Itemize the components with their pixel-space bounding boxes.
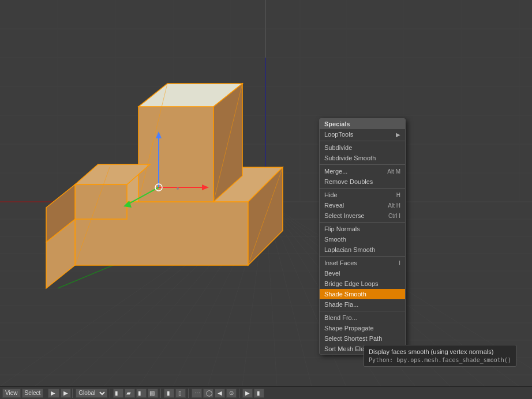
menu-item-label: Inset Faces [324,259,357,266]
tooltip: Display faces smooth (using vertex norma… [364,345,516,367]
svg-point-69 [177,187,179,190]
viewport[interactable] [0,0,532,386]
menu-item-looptools[interactable]: LoopTools ▶ [320,129,405,140]
menu-item-remove-doubles[interactable]: Remove Doubles [320,176,405,187]
menu-item-shortcut: H [396,192,400,198]
menu-item-bevel[interactable]: Bevel [320,268,405,278]
menu-item-laplacian-smooth[interactable]: Laplacian Smooth [320,244,405,255]
menu-item-shortcut: I [399,260,400,266]
menu-item-hide[interactable]: Hide H [320,190,405,200]
menu-item-shortcut: Alt H [388,202,400,209]
transform-orientation[interactable]: Global Local Normal [76,389,107,398]
proportional-btn[interactable]: ◯ [203,389,213,398]
grid [0,0,532,386]
menu-item-label: Select Inverse [324,212,365,219]
layer-btn[interactable]: ▮ [164,389,174,398]
menu-item-label: Shape Propagate [324,325,374,332]
menu-item-label: Subdivide [324,144,352,151]
menu-item-label: Flip Normals [324,225,360,232]
select-menu-btn[interactable]: Select [22,389,44,398]
context-menu: Specials LoopTools ▶ Subdivide Subdivide… [319,118,406,355]
menu-item-label: Hide [324,191,338,198]
scene-btn[interactable]: ▮ [254,389,264,398]
cursor-btn[interactable]: ▶ [61,389,71,398]
menu-item-flip-normals[interactable]: Flip Normals [320,224,405,234]
menu-item-subdivide-smooth[interactable]: Subdivide Smooth [320,153,405,163]
object-type-btn[interactable]: ▮ [113,389,123,398]
sculpt-btn[interactable]: ⊙ [226,389,237,398]
menu-item-label: Select Shortest Path [324,335,382,342]
menu-item-label: Shade Fla... [324,301,358,308]
menu-item-inset-faces[interactable]: Inset Faces I [320,258,405,268]
menu-item-select-inverse[interactable]: Select Inverse Ctrl I [320,210,405,221]
tooltip-title: Display faces smooth (using vertex norma… [369,348,511,355]
menu-item-smooth[interactable]: Smooth [320,234,405,244]
menu-item-label: Shade Smooth [324,291,366,298]
menu-item-label: Remove Doubles [324,178,373,185]
render-btn[interactable]: ▰ [125,389,135,398]
menu-item-shade-smooth[interactable]: Shade Smooth [320,289,405,299]
menu-item-reveal[interactable]: Reveal Alt H [320,200,405,210]
menu-item-label: Bridge Edge Loops [324,280,379,287]
submenu-arrow: ▶ [396,131,400,138]
menu-item-blend-from[interactable]: Blend Fro... [320,313,405,323]
menu-item-merge[interactable]: Merge... Alt M [320,166,405,176]
bottom-toolbar: View Select ▶ ▶ Global Local Normal ▮ ▰ … [0,386,532,399]
menu-item-label: Subdivide Smooth [324,155,376,161]
svg-marker-55 [75,185,127,219]
menu-item-label: Laplacian Smooth [324,246,375,253]
menu-item-shade-flat[interactable]: Shade Fla... [320,299,405,310]
mirror-btn[interactable]: ◀ [215,389,225,398]
view-menu-btn[interactable]: View [2,389,21,398]
menu-separator-4 [320,222,405,223]
menu-header: Specials [320,119,405,129]
menu-separator-1 [320,141,405,141]
tooltip-python: Python: bpy.ops.mesh.faces_shade_smooth(… [369,357,511,363]
menu-item-label: Reveal [324,202,344,209]
menu-separator-2 [320,164,405,165]
menu-item-shape-propagate[interactable]: Shape Propagate [320,323,405,333]
menu-separator-5 [320,256,405,257]
menu-item-label: Bevel [324,270,340,277]
texture-btn[interactable]: ▧ [148,389,158,398]
menu-item-bridge-edge-loops[interactable]: Bridge Edge Loops [320,278,405,289]
shading-btn[interactable]: ▯ [175,389,186,398]
menu-item-shortcut: Ctrl I [388,213,400,219]
menu-item-select-shortest[interactable]: Select Shortest Path [320,333,405,344]
menu-separator-3 [320,188,405,189]
wire-btn[interactable]: ▮ [136,389,147,398]
menu-item-label: Smooth [324,236,346,243]
menu-item-shortcut: Alt M [387,168,400,175]
menu-item-label: LoopTools [324,131,353,138]
camera-btn[interactable]: ▶ [242,389,253,398]
menu-item-label: Blend Fro... [324,314,357,321]
mode-btn[interactable]: ▶ [48,389,59,398]
menu-separator-6 [320,311,405,311]
menu-item-subdivide[interactable]: Subdivide [320,142,405,153]
menu-item-label: Merge... [324,168,347,175]
snap-btn[interactable]: ⋯ [192,389,202,398]
